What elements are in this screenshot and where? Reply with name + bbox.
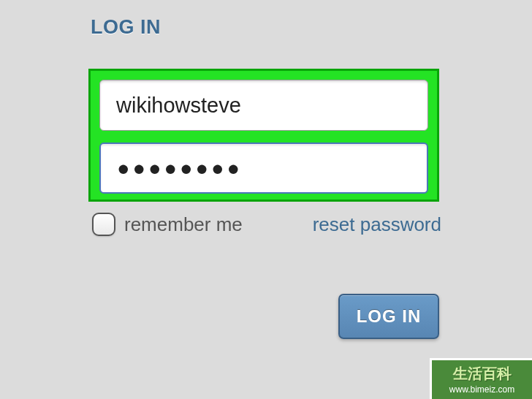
username-input[interactable]: wikihowsteve: [99, 80, 428, 131]
input-highlight-box: wikihowsteve ●●●●●●●●: [88, 69, 439, 202]
password-input[interactable]: ●●●●●●●●: [99, 142, 428, 194]
reset-password-link[interactable]: reset password: [313, 213, 441, 236]
watermark: 生活百科 www.bimeiz.com: [430, 358, 532, 399]
login-button[interactable]: LOG IN: [338, 294, 439, 339]
watermark-text: 生活百科: [453, 364, 512, 383]
remember-me-checkbox[interactable]: [92, 213, 115, 236]
remember-me-label: remember me: [124, 213, 243, 236]
page-title: LOG IN: [91, 16, 161, 39]
options-row: remember me reset password: [92, 213, 441, 236]
watermark-url: www.bimeiz.com: [449, 384, 514, 396]
